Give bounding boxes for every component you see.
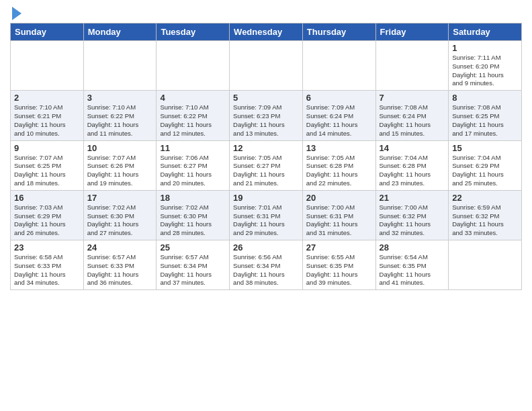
- calendar-cell: 3Sunrise: 7:10 AMSunset: 6:22 PMDaylight…: [83, 91, 157, 140]
- calendar-cell: 23Sunrise: 6:58 AMSunset: 6:33 PMDayligh…: [11, 240, 84, 290]
- calendar-cell: 25Sunrise: 6:57 AMSunset: 6:34 PMDayligh…: [157, 240, 230, 290]
- day-info: Sunrise: 7:00 AMSunset: 6:31 PMDaylight:…: [306, 203, 372, 238]
- day-info: Sunrise: 7:11 AMSunset: 6:20 PMDaylight:…: [452, 54, 518, 88]
- day-number: 10: [87, 143, 153, 153]
- day-info: Sunrise: 7:07 AMSunset: 6:26 PMDaylight:…: [87, 154, 153, 188]
- day-number: 2: [14, 93, 80, 103]
- calendar-cell: [83, 41, 157, 91]
- day-info: Sunrise: 7:02 AMSunset: 6:30 PMDaylight:…: [160, 203, 226, 238]
- day-info: Sunrise: 7:07 AMSunset: 6:25 PMDaylight:…: [14, 154, 80, 188]
- weekday-header-wednesday: Wednesday: [230, 24, 303, 41]
- day-info: Sunrise: 7:10 AMSunset: 6:22 PMDaylight:…: [160, 103, 226, 138]
- calendar-week-row: 23Sunrise: 6:58 AMSunset: 6:33 PMDayligh…: [11, 240, 522, 290]
- calendar-cell: 11Sunrise: 7:06 AMSunset: 6:27 PMDayligh…: [157, 140, 230, 190]
- day-info: Sunrise: 7:09 AMSunset: 6:23 PMDaylight:…: [233, 103, 299, 138]
- calendar-cell: 8Sunrise: 7:08 AMSunset: 6:25 PMDaylight…: [449, 91, 522, 140]
- weekday-header-monday: Monday: [83, 24, 157, 41]
- calendar-cell: 7Sunrise: 7:08 AMSunset: 6:24 PMDaylight…: [375, 91, 449, 140]
- day-number: 1: [452, 43, 518, 53]
- calendar-cell: 6Sunrise: 7:09 AMSunset: 6:24 PMDaylight…: [302, 91, 375, 140]
- day-info: Sunrise: 6:59 AMSunset: 6:32 PMDaylight:…: [452, 203, 518, 238]
- calendar-cell: 18Sunrise: 7:02 AMSunset: 6:30 PMDayligh…: [157, 190, 230, 240]
- calendar-cell: 24Sunrise: 6:57 AMSunset: 6:33 PMDayligh…: [83, 240, 157, 290]
- calendar-cell: [302, 41, 375, 91]
- day-info: Sunrise: 6:58 AMSunset: 6:33 PMDaylight:…: [14, 253, 80, 287]
- day-number: 23: [14, 242, 80, 253]
- day-number: 14: [380, 143, 445, 153]
- day-info: Sunrise: 7:03 AMSunset: 6:29 PMDaylight:…: [14, 203, 80, 238]
- calendar-cell: 12Sunrise: 7:05 AMSunset: 6:27 PMDayligh…: [230, 140, 303, 190]
- calendar-week-row: 1Sunrise: 7:11 AMSunset: 6:20 PMDaylight…: [11, 41, 522, 91]
- day-info: Sunrise: 7:04 AMSunset: 6:28 PMDaylight:…: [380, 154, 445, 188]
- day-info: Sunrise: 7:05 AMSunset: 6:28 PMDaylight:…: [306, 154, 372, 188]
- day-number: 16: [14, 193, 80, 203]
- calendar-week-row: 9Sunrise: 7:07 AMSunset: 6:25 PMDaylight…: [11, 140, 522, 190]
- calendar-header-row: SundayMondayTuesdayWednesdayThursdayFrid…: [11, 24, 522, 41]
- calendar-cell: 27Sunrise: 6:55 AMSunset: 6:35 PMDayligh…: [302, 240, 375, 290]
- day-number: 7: [380, 93, 445, 103]
- day-info: Sunrise: 7:10 AMSunset: 6:22 PMDaylight:…: [87, 103, 153, 138]
- calendar-cell: 17Sunrise: 7:02 AMSunset: 6:30 PMDayligh…: [83, 190, 157, 240]
- weekday-header-tuesday: Tuesday: [157, 24, 230, 41]
- day-info: Sunrise: 6:56 AMSunset: 6:34 PMDaylight:…: [233, 253, 299, 287]
- calendar-cell: 13Sunrise: 7:05 AMSunset: 6:28 PMDayligh…: [302, 140, 375, 190]
- day-number: 19: [233, 193, 299, 203]
- calendar-week-row: 16Sunrise: 7:03 AMSunset: 6:29 PMDayligh…: [11, 190, 522, 240]
- day-info: Sunrise: 7:10 AMSunset: 6:21 PMDaylight:…: [14, 103, 80, 138]
- calendar-cell: 5Sunrise: 7:09 AMSunset: 6:23 PMDaylight…: [230, 91, 303, 140]
- day-info: Sunrise: 6:57 AMSunset: 6:34 PMDaylight:…: [160, 253, 226, 287]
- day-info: Sunrise: 6:55 AMSunset: 6:35 PMDaylight:…: [306, 253, 372, 287]
- day-number: 20: [306, 193, 372, 203]
- calendar-cell: 26Sunrise: 6:56 AMSunset: 6:34 PMDayligh…: [230, 240, 303, 290]
- calendar-cell: 28Sunrise: 6:54 AMSunset: 6:35 PMDayligh…: [375, 240, 449, 290]
- calendar-week-row: 2Sunrise: 7:10 AMSunset: 6:21 PMDaylight…: [11, 91, 522, 140]
- day-number: 26: [233, 242, 299, 253]
- day-number: 18: [160, 193, 226, 203]
- header: [10, 7, 522, 20]
- weekday-header-sunday: Sunday: [11, 24, 84, 41]
- day-number: 22: [452, 193, 518, 203]
- weekday-header-friday: Friday: [375, 24, 449, 41]
- day-number: 6: [306, 93, 372, 103]
- calendar-cell: 14Sunrise: 7:04 AMSunset: 6:28 PMDayligh…: [375, 140, 449, 190]
- day-number: 9: [14, 143, 80, 153]
- day-number: 24: [87, 242, 153, 253]
- weekday-header-thursday: Thursday: [302, 24, 375, 41]
- calendar-cell: [375, 41, 449, 91]
- day-info: Sunrise: 7:02 AMSunset: 6:30 PMDaylight:…: [87, 203, 153, 238]
- weekday-header-saturday: Saturday: [449, 24, 522, 41]
- calendar-cell: 16Sunrise: 7:03 AMSunset: 6:29 PMDayligh…: [11, 190, 84, 240]
- day-number: 27: [306, 242, 372, 253]
- calendar-table: SundayMondayTuesdayWednesdayThursdayFrid…: [10, 23, 522, 290]
- calendar-cell: [11, 41, 84, 91]
- day-info: Sunrise: 7:05 AMSunset: 6:27 PMDaylight:…: [233, 154, 299, 188]
- day-number: 13: [306, 143, 372, 153]
- day-number: 4: [160, 93, 226, 103]
- day-number: 3: [87, 93, 153, 103]
- day-number: 21: [380, 193, 445, 203]
- day-info: Sunrise: 7:08 AMSunset: 6:24 PMDaylight:…: [380, 103, 445, 138]
- day-number: 17: [87, 193, 153, 203]
- day-info: Sunrise: 7:00 AMSunset: 6:32 PMDaylight:…: [380, 203, 445, 238]
- calendar-cell: 22Sunrise: 6:59 AMSunset: 6:32 PMDayligh…: [449, 190, 522, 240]
- page-container: SundayMondayTuesdayWednesdayThursdayFrid…: [0, 0, 532, 297]
- calendar-cell: 19Sunrise: 7:01 AMSunset: 6:31 PMDayligh…: [230, 190, 303, 240]
- day-number: 25: [160, 242, 226, 253]
- day-number: 15: [452, 143, 518, 153]
- day-number: 5: [233, 93, 299, 103]
- calendar-cell: 4Sunrise: 7:10 AMSunset: 6:22 PMDaylight…: [157, 91, 230, 140]
- day-number: 11: [160, 143, 226, 153]
- day-info: Sunrise: 7:09 AMSunset: 6:24 PMDaylight:…: [306, 103, 372, 138]
- logo: [10, 7, 21, 20]
- day-info: Sunrise: 7:04 AMSunset: 6:29 PMDaylight:…: [452, 154, 518, 188]
- calendar-cell: 1Sunrise: 7:11 AMSunset: 6:20 PMDaylight…: [449, 41, 522, 91]
- calendar-cell: [449, 240, 522, 290]
- calendar-cell: 2Sunrise: 7:10 AMSunset: 6:21 PMDaylight…: [11, 91, 84, 140]
- day-info: Sunrise: 6:54 AMSunset: 6:35 PMDaylight:…: [380, 253, 445, 287]
- day-number: 28: [380, 242, 445, 253]
- calendar-cell: 10Sunrise: 7:07 AMSunset: 6:26 PMDayligh…: [83, 140, 157, 190]
- day-info: Sunrise: 7:08 AMSunset: 6:25 PMDaylight:…: [452, 103, 518, 138]
- day-number: 12: [233, 143, 299, 153]
- calendar-cell: [157, 41, 230, 91]
- calendar-cell: 9Sunrise: 7:07 AMSunset: 6:25 PMDaylight…: [11, 140, 84, 190]
